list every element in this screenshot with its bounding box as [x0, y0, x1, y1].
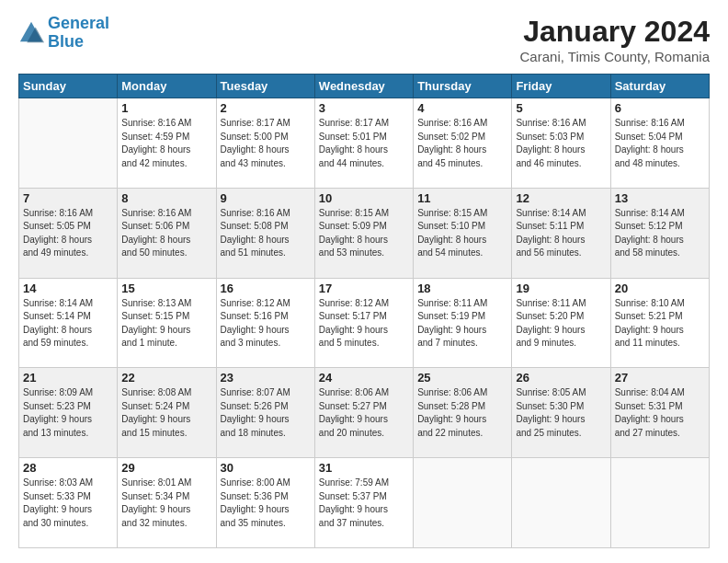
- day-number: 28: [23, 461, 113, 475]
- calendar-cell: 13Sunrise: 8:14 AM Sunset: 5:12 PM Dayli…: [610, 188, 709, 278]
- calendar-cell: 11Sunrise: 8:15 AM Sunset: 5:10 PM Dayli…: [414, 188, 512, 278]
- day-number: 8: [121, 191, 211, 205]
- day-number: 20: [615, 282, 705, 295]
- day-info: Sunrise: 8:14 AM Sunset: 5:11 PM Dayligh…: [516, 207, 606, 260]
- day-info: Sunrise: 8:17 AM Sunset: 5:00 PM Dayligh…: [221, 117, 311, 170]
- day-info: Sunrise: 8:05 AM Sunset: 5:30 PM Dayligh…: [516, 386, 606, 440]
- calendar-cell: 15Sunrise: 8:13 AM Sunset: 5:15 PM Dayli…: [118, 278, 216, 368]
- calendar-cell: 27Sunrise: 8:04 AM Sunset: 5:31 PM Dayli…: [610, 368, 709, 458]
- calendar-cell: 23Sunrise: 8:07 AM Sunset: 5:26 PM Dayli…: [216, 368, 314, 458]
- day-number: 9: [221, 191, 311, 205]
- calendar-cell: 6Sunrise: 8:16 AM Sunset: 5:04 PM Daylig…: [610, 98, 709, 189]
- calendar-cell: 22Sunrise: 8:08 AM Sunset: 5:24 PM Dayli…: [118, 368, 216, 458]
- calendar-cell: [19, 98, 118, 189]
- day-info: Sunrise: 8:12 AM Sunset: 5:17 PM Dayligh…: [319, 297, 409, 350]
- calendar-week-row: 7Sunrise: 8:16 AM Sunset: 5:05 PM Daylig…: [19, 188, 710, 278]
- calendar-cell: 5Sunrise: 8:16 AM Sunset: 5:03 PM Daylig…: [512, 98, 610, 189]
- day-info: Sunrise: 8:15 AM Sunset: 5:10 PM Dayligh…: [417, 207, 507, 260]
- day-number: 29: [121, 461, 211, 475]
- day-info: Sunrise: 8:11 AM Sunset: 5:20 PM Dayligh…: [516, 297, 606, 350]
- col-header-friday: Friday: [512, 75, 610, 98]
- day-number: 2: [221, 101, 311, 115]
- day-info: Sunrise: 8:16 AM Sunset: 5:08 PM Dayligh…: [221, 207, 311, 260]
- calendar-header-row: SundayMondayTuesdayWednesdayThursdayFrid…: [19, 75, 710, 98]
- day-number: 22: [121, 371, 211, 385]
- day-info: Sunrise: 8:14 AM Sunset: 5:14 PM Dayligh…: [23, 297, 113, 350]
- day-number: 16: [221, 282, 311, 295]
- calendar-cell: 4Sunrise: 8:16 AM Sunset: 5:02 PM Daylig…: [414, 98, 512, 189]
- day-info: Sunrise: 8:04 AM Sunset: 5:31 PM Dayligh…: [615, 386, 705, 440]
- day-info: Sunrise: 8:06 AM Sunset: 5:28 PM Dayligh…: [417, 386, 507, 440]
- calendar-cell: 12Sunrise: 8:14 AM Sunset: 5:11 PM Dayli…: [512, 188, 610, 278]
- col-header-wednesday: Wednesday: [314, 75, 413, 98]
- col-header-tuesday: Tuesday: [216, 75, 314, 98]
- day-info: Sunrise: 8:16 AM Sunset: 5:03 PM Dayligh…: [516, 117, 606, 170]
- day-info: Sunrise: 8:06 AM Sunset: 5:27 PM Dayligh…: [319, 386, 409, 440]
- day-number: 17: [319, 282, 409, 295]
- day-number: 26: [516, 371, 606, 385]
- day-number: 6: [615, 101, 705, 115]
- calendar-cell: [610, 458, 709, 548]
- day-info: Sunrise: 8:14 AM Sunset: 5:12 PM Dayligh…: [615, 207, 705, 260]
- day-info: Sunrise: 8:01 AM Sunset: 5:34 PM Dayligh…: [121, 477, 211, 530]
- calendar-cell: 26Sunrise: 8:05 AM Sunset: 5:30 PM Dayli…: [512, 368, 610, 458]
- calendar-cell: 9Sunrise: 8:16 AM Sunset: 5:08 PM Daylig…: [216, 188, 314, 278]
- day-info: Sunrise: 8:16 AM Sunset: 5:04 PM Dayligh…: [615, 117, 705, 170]
- calendar-cell: 8Sunrise: 8:16 AM Sunset: 5:06 PM Daylig…: [118, 188, 216, 278]
- day-info: Sunrise: 8:09 AM Sunset: 5:23 PM Dayligh…: [23, 386, 113, 440]
- day-number: 27: [615, 371, 705, 385]
- calendar-cell: 16Sunrise: 8:12 AM Sunset: 5:16 PM Dayli…: [216, 278, 314, 368]
- day-number: 30: [221, 461, 311, 475]
- day-info: Sunrise: 7:59 AM Sunset: 5:37 PM Dayligh…: [319, 477, 409, 530]
- day-number: 18: [417, 282, 507, 295]
- calendar-cell: 25Sunrise: 8:06 AM Sunset: 5:28 PM Dayli…: [414, 368, 512, 458]
- day-number: 5: [516, 101, 606, 115]
- calendar-cell: 31Sunrise: 7:59 AM Sunset: 5:37 PM Dayli…: [314, 458, 413, 548]
- day-info: Sunrise: 8:17 AM Sunset: 5:01 PM Dayligh…: [319, 117, 409, 170]
- main-title: January 2024: [520, 15, 710, 49]
- day-number: 10: [319, 191, 409, 205]
- calendar-cell: 3Sunrise: 8:17 AM Sunset: 5:01 PM Daylig…: [314, 98, 413, 189]
- subtitle: Carani, Timis County, Romania: [520, 49, 710, 64]
- day-info: Sunrise: 8:16 AM Sunset: 5:06 PM Dayligh…: [121, 207, 211, 260]
- calendar-cell: 17Sunrise: 8:12 AM Sunset: 5:17 PM Dayli…: [314, 278, 413, 368]
- calendar-cell: 2Sunrise: 8:17 AM Sunset: 5:00 PM Daylig…: [216, 98, 314, 189]
- logo-line2: Blue: [48, 32, 84, 51]
- day-info: Sunrise: 8:07 AM Sunset: 5:26 PM Dayligh…: [221, 386, 311, 440]
- day-number: 4: [417, 101, 507, 115]
- day-number: 31: [319, 461, 409, 475]
- day-number: 1: [121, 101, 211, 115]
- day-number: 15: [121, 282, 211, 295]
- day-info: Sunrise: 8:10 AM Sunset: 5:21 PM Dayligh…: [615, 297, 705, 350]
- logo-text: General Blue: [48, 15, 109, 52]
- page: General Blue January 2024 Carani, Timis …: [0, 0, 728, 563]
- calendar-week-row: 28Sunrise: 8:03 AM Sunset: 5:33 PM Dayli…: [19, 458, 710, 548]
- logo-line1: General: [48, 14, 109, 32]
- calendar-week-row: 21Sunrise: 8:09 AM Sunset: 5:23 PM Dayli…: [19, 368, 710, 458]
- calendar-cell: 14Sunrise: 8:14 AM Sunset: 5:14 PM Dayli…: [19, 278, 118, 368]
- day-number: 14: [23, 282, 113, 295]
- day-info: Sunrise: 8:16 AM Sunset: 4:59 PM Dayligh…: [121, 117, 211, 170]
- calendar-cell: 29Sunrise: 8:01 AM Sunset: 5:34 PM Dayli…: [118, 458, 216, 548]
- calendar-cell: 21Sunrise: 8:09 AM Sunset: 5:23 PM Dayli…: [19, 368, 118, 458]
- logo: General Blue: [18, 15, 109, 52]
- calendar-cell: 7Sunrise: 8:16 AM Sunset: 5:05 PM Daylig…: [19, 188, 118, 278]
- day-number: 25: [417, 371, 507, 385]
- day-info: Sunrise: 8:00 AM Sunset: 5:36 PM Dayligh…: [221, 477, 311, 530]
- calendar-cell: 18Sunrise: 8:11 AM Sunset: 5:19 PM Dayli…: [414, 278, 512, 368]
- calendar-cell: [414, 458, 512, 548]
- day-info: Sunrise: 8:16 AM Sunset: 5:05 PM Dayligh…: [23, 207, 113, 260]
- day-info: Sunrise: 8:13 AM Sunset: 5:15 PM Dayligh…: [121, 297, 211, 350]
- day-number: 21: [23, 371, 113, 385]
- day-number: 13: [615, 191, 705, 205]
- calendar-table: SundayMondayTuesdayWednesdayThursdayFrid…: [18, 74, 710, 548]
- calendar-cell: [512, 458, 610, 548]
- calendar-week-row: 1Sunrise: 8:16 AM Sunset: 4:59 PM Daylig…: [19, 98, 710, 189]
- col-header-monday: Monday: [118, 75, 216, 98]
- day-info: Sunrise: 8:15 AM Sunset: 5:09 PM Dayligh…: [319, 207, 409, 260]
- header: General Blue January 2024 Carani, Timis …: [18, 15, 710, 64]
- title-area: January 2024 Carani, Timis County, Roman…: [520, 15, 710, 64]
- col-header-thursday: Thursday: [414, 75, 512, 98]
- col-header-sunday: Sunday: [19, 75, 118, 98]
- day-number: 24: [319, 371, 409, 385]
